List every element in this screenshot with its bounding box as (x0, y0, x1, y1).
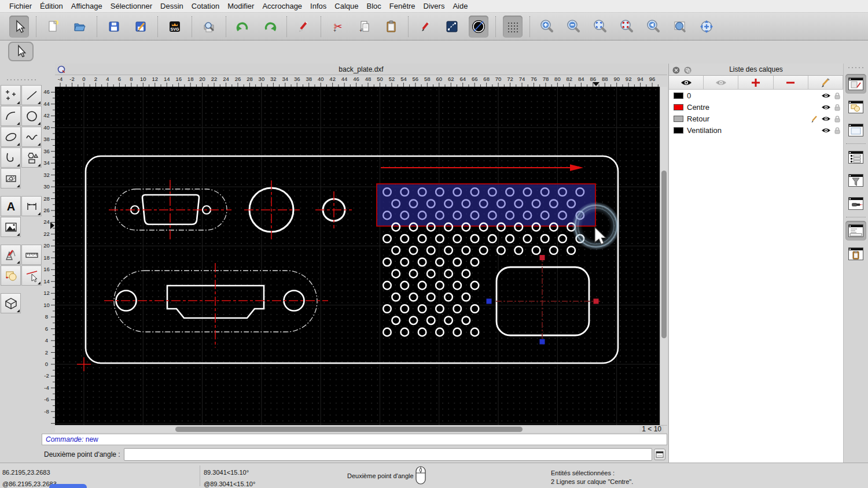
zoom-previous-button[interactable] (643, 16, 663, 38)
grid-toggle-button[interactable] (503, 16, 523, 38)
menu-cotation[interactable]: Cotation (192, 2, 219, 10)
drawing-window-titlebar[interactable]: back_plate.dxf (55, 64, 667, 75)
zoom-window-button[interactable] (590, 16, 610, 38)
menu-divers[interactable]: Divers (424, 2, 445, 10)
menu-bloc[interactable]: Bloc (366, 2, 381, 10)
add-layer-button[interactable] (738, 76, 773, 89)
layer-visibility-toggle[interactable] (820, 127, 832, 134)
save-as-button[interactable] (131, 16, 150, 38)
redo-button[interactable] (260, 16, 279, 38)
menu-fentre[interactable]: Fenêtre (389, 2, 415, 10)
menu-accrochage[interactable]: Accrochage (262, 2, 302, 10)
layer-row-ventilation[interactable]: Ventilation (669, 124, 843, 136)
edit-pencil-icon (418, 20, 432, 34)
zoom-auto-button[interactable] (617, 16, 637, 38)
cut-button[interactable]: ✂+ (328, 16, 348, 38)
layer-visibility-toggle[interactable] (820, 93, 832, 99)
new-document-button[interactable] (43, 16, 63, 38)
polyline-tool-button[interactable] (1, 147, 21, 168)
save-icon (107, 20, 121, 34)
zoom-in-button[interactable] (537, 16, 557, 38)
points-tool-button[interactable] (1, 85, 21, 105)
hatch-tool-button[interactable] (1, 168, 21, 188)
svg-text:72: 72 (507, 76, 513, 82)
line-attributes-button[interactable] (442, 16, 462, 38)
detach-panel-button[interactable] (684, 66, 692, 73)
zoom-out-button[interactable] (564, 16, 583, 38)
paste-button[interactable] (381, 16, 401, 38)
arc-tool-button[interactable] (1, 106, 21, 126)
image-tool-icon (4, 220, 18, 234)
vertical-scrollbar[interactable] (660, 87, 667, 425)
keyboard-toggle-button[interactable] (654, 449, 665, 460)
menu-calque[interactable]: Calque (334, 2, 358, 10)
spline-tool-button[interactable] (21, 127, 42, 147)
layer-row-centre[interactable]: Centre (669, 101, 843, 113)
svg-text:96: 96 (649, 76, 656, 82)
layer-visibility-toggle[interactable] (820, 116, 832, 122)
undo-button[interactable] (233, 16, 253, 38)
edit-layer-button[interactable] (808, 76, 843, 89)
ellipse-tool-button[interactable] (1, 127, 21, 147)
print-preview-icon (202, 20, 216, 34)
circle-tool-button[interactable] (469, 16, 488, 38)
show-all-eye-icon (680, 79, 693, 87)
delete-button[interactable] (294, 16, 314, 38)
copy-button[interactable]: + (355, 16, 374, 38)
select-cursor-button[interactable] (9, 16, 29, 38)
text-tool-button[interactable]: A (1, 196, 21, 216)
menu-fichier[interactable]: Fichier (9, 2, 32, 10)
layer-lock-toggle[interactable] (832, 92, 843, 99)
select-tool-button[interactable] (8, 42, 34, 61)
layer-color-swatch (674, 104, 683, 110)
circle-tool-button2[interactable] (21, 106, 42, 126)
menu-dessin[interactable]: Dessin (160, 2, 183, 10)
svg-text:6: 6 (45, 326, 48, 332)
menu-dition[interactable]: Édition (40, 2, 63, 10)
dimension-tool-button[interactable] (21, 196, 42, 216)
drawing-canvas[interactable] (55, 87, 660, 425)
line-tool-button[interactable] (21, 85, 42, 105)
layer-lock-toggle[interactable] (832, 115, 843, 123)
command-history[interactable]: Commande: new (42, 434, 667, 445)
layer-lock-toggle[interactable] (832, 103, 843, 111)
block-tool-button[interactable] (1, 265, 21, 286)
layer-visibility-toggle[interactable] (820, 104, 832, 110)
close-panel-button[interactable] (672, 66, 680, 73)
svg-text:20: 20 (43, 242, 50, 249)
save-button[interactable] (104, 16, 124, 38)
block-list-toggle[interactable] (845, 97, 866, 117)
menu-affichage[interactable]: Affichage (71, 2, 102, 10)
layer-row-0[interactable]: 0 (669, 90, 843, 101)
print-preview-button[interactable] (199, 16, 219, 38)
library-browser-toggle[interactable] (845, 120, 866, 140)
menu-slectionner[interactable]: Sélectionner (111, 2, 152, 10)
open-file-button[interactable] (70, 16, 90, 38)
show-all-layers-button[interactable] (669, 76, 704, 89)
pan-button[interactable] (697, 16, 716, 38)
zoom-selection-button[interactable] (670, 16, 690, 38)
layer-list-toggle[interactable] (845, 147, 866, 167)
svg-export-button[interactable]: SVG (165, 16, 185, 38)
menu-modifier[interactable]: Modifier (227, 2, 254, 10)
menu-infos[interactable]: Infos (310, 2, 326, 10)
box3d-tool-button[interactable] (1, 293, 21, 313)
inspector-toggle[interactable] (845, 194, 866, 213)
menu-aide[interactable]: Aide (453, 2, 468, 10)
layer-row-retour[interactable]: Retour (669, 113, 843, 124)
modify-tool-button[interactable] (21, 265, 42, 286)
property-editor-toggle[interactable] (845, 74, 866, 94)
measure-tool-button[interactable] (21, 245, 42, 265)
selection-filter-toggle[interactable] (845, 171, 866, 190)
clipboard-panel-toggle[interactable] (845, 244, 866, 264)
command-line-toggle[interactable] (845, 221, 866, 241)
hide-all-layers-button[interactable] (704, 76, 738, 89)
command-input[interactable] (124, 448, 652, 461)
layer-lock-toggle[interactable] (832, 127, 843, 134)
edit-pencil-button[interactable] (415, 16, 435, 38)
remove-layer-button[interactable] (774, 76, 808, 89)
polygon-tool-button[interactable] (21, 147, 42, 168)
svg-text:40: 40 (318, 76, 324, 82)
image-tool-button[interactable] (1, 217, 21, 237)
draft-tools-button[interactable] (1, 245, 21, 265)
